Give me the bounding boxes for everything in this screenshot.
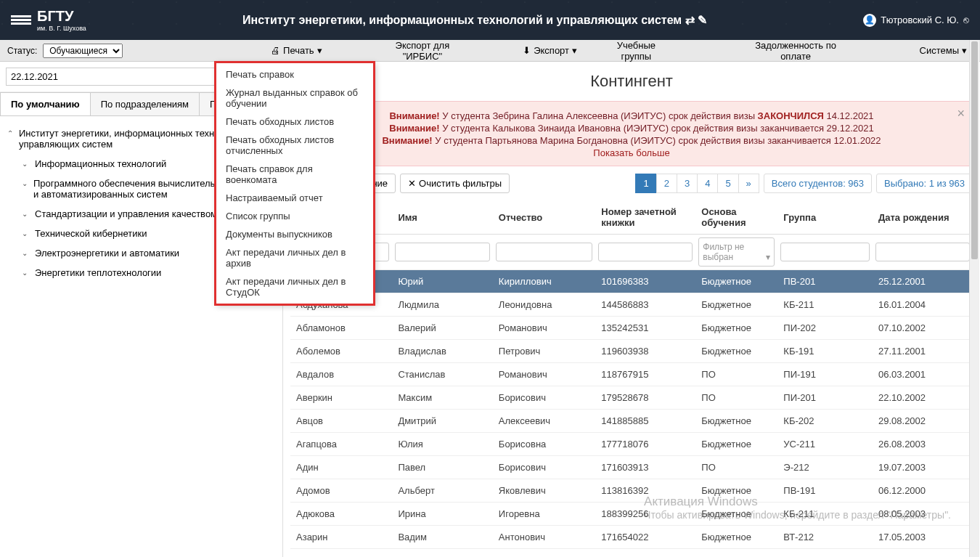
user-icon: 👤 [863, 14, 876, 27]
filter-select[interactable]: Фильтр не выбран ▾ [698, 237, 775, 267]
table-row[interactable]: АбламоновВалерийРоманович135242531Бюджет… [290, 317, 973, 340]
table-cell: Борисовна [493, 433, 595, 456]
dropdown-item[interactable]: Печать справок [216, 65, 374, 84]
tab-departments[interactable]: По подразделениям [90, 92, 200, 115]
dropdown-item[interactable]: Печать обходных листов отчисленных [216, 131, 374, 160]
dropdown-item[interactable]: Печать справок для военкомата [216, 160, 374, 189]
dropdown-item[interactable]: Акт передачи личных дел в архив [216, 243, 374, 272]
table-cell: 171654022 [595, 526, 695, 549]
table-cell: Игоревна [493, 503, 595, 526]
user-name: Тютровский С. Ю. [881, 15, 959, 25]
filter-input[interactable] [496, 243, 592, 261]
table-cell: 07.10.2002 [873, 317, 973, 340]
logo-subtitle: им. В. Г. Шухова [37, 25, 86, 32]
dropdown-item[interactable]: Журнал выданных справок об обучении [216, 84, 374, 113]
caret-down-icon: ▾ [317, 45, 322, 56]
export-irbis-button[interactable]: Экспорт для "ИРБИС" [369, 37, 477, 65]
table-row[interactable]: АзаринВадимАнтонович171654022БюджетноеВТ… [290, 526, 973, 549]
chevron-down-icon: ⌄ [22, 179, 28, 187]
systems-button[interactable]: Системы ▾ [914, 42, 973, 59]
page-button[interactable]: 5 [717, 174, 738, 193]
column-header[interactable]: Основа обучения [695, 200, 777, 235]
page-button[interactable]: 3 [677, 174, 698, 193]
table-cell: 113816392 [595, 479, 695, 503]
table-cell: ПИ-191 [777, 363, 873, 386]
column-header[interactable]: Номер зачетной книжки [595, 200, 695, 235]
table-cell: 171603913 [595, 456, 695, 479]
export-button[interactable]: ⬇Экспорт ▾ [517, 42, 583, 59]
table-cell: Бюджетное [695, 270, 777, 293]
print-icon: 🖨 [271, 45, 280, 56]
table-cell: 17.05.2003 [873, 526, 973, 549]
table-row[interactable]: АверкинМаксимБорисович179528678ПОПИ-2012… [290, 386, 973, 410]
page-button[interactable]: » [738, 174, 759, 193]
column-header[interactable]: Имя [392, 200, 492, 235]
scrollbar[interactable] [969, 40, 979, 557]
dropdown-item[interactable]: Настраиваемый отчет [216, 189, 374, 207]
table-cell: 22.10.2002 [873, 386, 973, 410]
clear-filters-button[interactable]: ✕Очистить фильтры [400, 174, 510, 193]
table-row[interactable]: АгапцоваЮлияБорисовна177718076БюджетноеУ… [290, 433, 973, 456]
show-more-link[interactable]: Показать больше [298, 147, 965, 158]
status-select[interactable]: Обучающиеся [43, 44, 123, 58]
column-header[interactable]: Отчество [493, 200, 595, 235]
table-row[interactable]: АдинПавелБорисович171603913ПОЭ-21219.07.… [290, 456, 973, 479]
table-cell: Антонович [493, 526, 595, 549]
logo[interactable]: БГТУ им. В. Г. Шухова [11, 8, 86, 32]
column-header[interactable]: Группа [777, 200, 873, 235]
table-cell: Ирина [392, 503, 492, 526]
page-button[interactable]: 4 [697, 174, 718, 193]
caret-down-icon: ▾ [962, 45, 967, 56]
table-row[interactable]: АболемовВладиславПетрович119603938Бюджет… [290, 340, 973, 363]
table-cell: 19.07.2003 [873, 456, 973, 479]
table-cell: 141885885 [595, 410, 695, 433]
table-cell: 101696383 [595, 270, 695, 293]
table-row[interactable]: АвцовДмитрийАлексеевич141885885Бюджетное… [290, 410, 973, 433]
user-menu[interactable]: 👤 Тютровский С. Ю. ⎋ [863, 14, 969, 27]
header-title: Институт энергетики, информационных техн… [86, 13, 863, 27]
scrollbar-thumb[interactable] [971, 41, 978, 259]
table-cell: УС-211 [777, 433, 873, 456]
filter-input[interactable] [875, 243, 970, 261]
swap-icon[interactable]: ⇄ [685, 14, 695, 26]
table-cell: Азарин [290, 526, 392, 549]
debt-button[interactable]: Задолженность по оплате [733, 37, 859, 65]
chevron-down-icon: ⌄ [22, 160, 29, 168]
dropdown-item[interactable]: Документы выпускников [216, 225, 374, 243]
print-button[interactable]: 🖨Печать ▾ [265, 42, 328, 59]
dropdown-item[interactable]: Список группы [216, 207, 374, 225]
table-row[interactable]: АзарковаГалинаЕгоровна109197695Бюджетное… [290, 549, 973, 558]
table-cell: Валерий [392, 317, 492, 340]
filter-input[interactable] [780, 243, 870, 261]
table-cell: Юлия [392, 433, 492, 456]
selected-count: Выбрано: 1 из 963 [876, 174, 973, 193]
table-row[interactable]: АбаевЮрийКириллович101696383БюджетноеПВ-… [290, 270, 973, 293]
table-cell: 06.12.2000 [873, 479, 973, 503]
page-button[interactable]: 1 [635, 174, 656, 193]
groups-button[interactable]: Учебные группы [595, 37, 678, 65]
page-button[interactable]: 2 [656, 174, 677, 193]
table-row[interactable]: АдомовАльбертЯковлевич113816392Бюджетное… [290, 479, 973, 503]
total-count: Всего студентов: 963 [764, 174, 872, 193]
logout-icon[interactable]: ⎋ [963, 15, 969, 25]
table-row[interactable]: АдюковаИринаИгоревна188399256БюджетноеКБ… [290, 503, 973, 526]
tab-default[interactable]: По умолчанию [0, 92, 91, 115]
table-cell: 16.01.2004 [873, 293, 973, 317]
table-cell: Максим [392, 386, 492, 410]
edit-icon[interactable]: ✎ [698, 14, 707, 26]
caret-down-icon: ▾ [572, 45, 577, 56]
close-icon[interactable]: × [957, 106, 965, 121]
table-cell: ПИ-202 [777, 317, 873, 340]
table-row[interactable]: АвдаловСтаниславРоманович118767915ПОПИ-1… [290, 363, 973, 386]
dropdown-item[interactable]: Печать обходных листов [216, 113, 374, 131]
dropdown-item[interactable]: Акт передачи личных дел в СтудОК [216, 272, 374, 301]
column-header[interactable]: Дата рождения [873, 200, 973, 235]
table-row[interactable]: АбдухановаЛюдмилаЛеонидовна144586883Бюдж… [290, 293, 973, 317]
filter-row: Фильтр не выбран ▾ [290, 235, 973, 270]
table-cell: Галина [392, 549, 492, 558]
filter-input[interactable] [395, 243, 489, 261]
table-cell: 144586883 [595, 293, 695, 317]
filter-input[interactable] [598, 243, 693, 261]
chevron-down-icon: ⌄ [22, 249, 29, 257]
alert-line: Внимание! У студента Калыкова Зинаида Ив… [298, 123, 965, 134]
